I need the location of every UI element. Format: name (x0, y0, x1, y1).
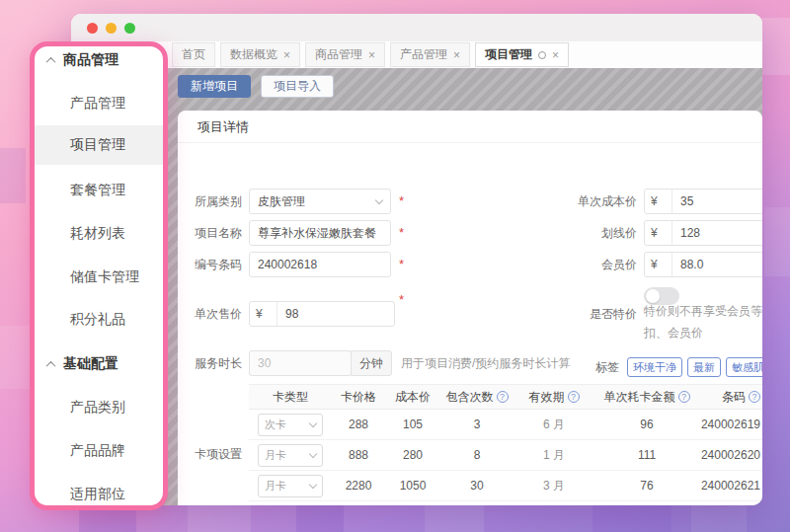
duration-unit-suffix: 分钟 (351, 350, 392, 376)
desktop-background: 首页 数据概览 × 商品管理 × 产品管理 × 项目管理 × 新增项目 (0, 0, 790, 532)
project-detail-panel: 项目详情 所属类别 皮肤管理 * 项目名称 尊享补水保湿嫩肤套餐 * 编号条码 (178, 111, 762, 505)
chevron-down-icon (309, 449, 317, 457)
table-header-row: 卡类型 卡价格 成本价 包含次数 ? 有效期 ? (249, 384, 762, 410)
duration-input[interactable]: 30 (249, 350, 352, 376)
tag-chip[interactable]: 最新 (687, 357, 721, 377)
member-price-label: 会员价 (558, 252, 637, 277)
required-asterisk: * (399, 189, 404, 214)
background-shape (760, 18, 790, 75)
window-zoom-button[interactable] (124, 23, 135, 34)
tab-product-management[interactable]: 产品管理 × (390, 42, 470, 67)
col-header-text: 有效期 (529, 389, 565, 406)
col-header-per-use-amount: 单次耗卡金额 ? (594, 389, 699, 406)
sidebar-item-stored-value-card[interactable]: 储值卡管理 (35, 265, 163, 290)
tab-close-icon[interactable]: × (368, 48, 375, 62)
sidebar-item-label: 产品品牌 (70, 442, 125, 460)
sidebar-item-product-brand[interactable]: 产品品牌 (35, 438, 163, 464)
tab-project-management[interactable]: 项目管理 × (475, 42, 569, 67)
strike-price-label: 划线价 (558, 220, 637, 246)
col-header-text: 条码 (722, 389, 746, 406)
unit-price-value: 98 (285, 307, 298, 321)
card-type-value: 月卡 (265, 479, 286, 494)
cost-price-input[interactable]: ¥ 35 (644, 189, 762, 214)
project-name-label: 项目名称 (183, 220, 242, 246)
strike-price-input[interactable]: ¥ 128 (644, 220, 762, 246)
add-project-button[interactable]: 新增项目 (178, 75, 251, 98)
tab-home[interactable]: 首页 (172, 42, 215, 67)
barcode-cell: 240002621 (699, 479, 762, 493)
per-use-cell: 96 (594, 418, 699, 431)
chevron-up-icon (46, 56, 56, 66)
per-use-cell: 76 (594, 479, 699, 493)
tab-close-icon[interactable]: × (552, 48, 559, 62)
special-price-helper-text: 特价则不再享受会员等级、优惠折扣、会员价 (644, 300, 762, 343)
card-settings-table: 卡类型 卡价格 成本价 包含次数 ? 有效期 ? (249, 384, 762, 505)
validity-cell: 6 月 (514, 417, 594, 433)
sidebar-item-label: 产品类别 (70, 399, 125, 417)
help-icon[interactable]: ? (678, 391, 690, 403)
card-type-select[interactable]: 月卡 (258, 475, 323, 497)
col-header-cost-price: 成本价 (385, 389, 440, 406)
times-cell: 3 (440, 418, 514, 431)
tag-chip[interactable]: 环境干净 (627, 357, 682, 377)
times-cell: 30 (440, 479, 514, 493)
required-asterisk: * (399, 287, 404, 313)
panel-title: 项目详情 (178, 111, 762, 143)
card-type-select[interactable]: 年卡 (258, 505, 323, 506)
col-header-text: 包含次数 (446, 389, 494, 406)
help-icon[interactable]: ? (568, 391, 580, 403)
project-form: 所属类别 皮肤管理 * 项目名称 尊享补水保湿嫩肤套餐 * 编号条码 24000… (178, 143, 762, 505)
unit-price-input[interactable]: ¥ 98 (249, 301, 395, 327)
background-shape (0, 326, 30, 389)
category-select[interactable]: 皮肤管理 (249, 189, 391, 214)
sidebar-item-consumables-list[interactable]: 耗材列表 (35, 221, 163, 247)
sidebar-item-applicable-parts[interactable]: 适用部位 (35, 482, 163, 507)
sidebar-item-label: 项目管理 (70, 136, 125, 154)
sidebar-item-project-management[interactable]: 项目管理 (35, 125, 163, 165)
duration-helper-text: 用于项目消费/预约服务时长计算 (401, 350, 570, 376)
help-icon[interactable]: ? (497, 391, 509, 403)
tab-close-icon[interactable]: × (283, 48, 290, 62)
tab-label: 产品管理 (400, 46, 447, 63)
card-type-select[interactable]: 次卡 (258, 414, 323, 436)
sidebar-item-points-gifts[interactable]: 积分礼品 (35, 307, 163, 333)
category-label: 所属类别 (183, 189, 242, 214)
card-type-select[interactable]: 月卡 (258, 444, 323, 467)
sidebar-group-label: 商品管理 (63, 51, 118, 69)
barcode-label: 编号条码 (183, 252, 242, 277)
sidebar-item-label: 适用部位 (70, 486, 125, 503)
tab-close-icon[interactable]: × (453, 48, 460, 62)
col-header-text: 单次耗卡金额 (604, 389, 675, 406)
page-content-dimmed: 新增项目 项目导入 项目详情 所属类别 皮肤管理 * 项目名称 尊享补水保湿嫩肤… (71, 68, 762, 505)
col-header-barcode: 条码 ? (699, 389, 762, 406)
sidebar-item-package-management[interactable]: 套餐管理 (35, 178, 163, 203)
import-project-button[interactable]: 项目导入 (261, 75, 334, 98)
tag-chip[interactable]: 敏感肌适用 (726, 357, 762, 377)
currency-prefix: ¥ (651, 253, 672, 276)
card-type-value: 次卡 (265, 418, 286, 432)
sidebar-menu-highlight: 商品管理 产品管理 项目管理 套餐管理 耗材列表 储值卡管理 积分礼品 基础配置… (30, 41, 168, 510)
tab-label: 商品管理 (315, 46, 362, 63)
cost-price-cell: 280 (385, 448, 440, 462)
barcode-value: 240002618 (258, 258, 317, 271)
cost-price-cell: 105 (385, 418, 440, 431)
tab-goods-management[interactable]: 商品管理 × (305, 42, 385, 67)
sidebar-group-goods-management[interactable]: 商品管理 (35, 47, 163, 73)
window-minimize-button[interactable] (106, 23, 117, 34)
col-header-card-type: 卡类型 (249, 389, 332, 406)
window-close-button[interactable] (87, 23, 98, 34)
table-row: 年卡 9800 4200 不限次 1 年 98 240002622 (249, 501, 762, 505)
chevron-down-icon (309, 418, 317, 426)
barcode-input[interactable]: 240002618 (249, 252, 391, 277)
toolbar: 新增项目 项目导入 (178, 75, 334, 98)
sidebar-item-product-category[interactable]: 产品类别 (35, 395, 163, 420)
sidebar-item-product-management[interactable]: 产品管理 (35, 91, 163, 116)
project-name-input[interactable]: 尊享补水保湿嫩肤套餐 (249, 220, 391, 246)
sidebar-group-basic-config[interactable]: 基础配置 (35, 351, 163, 377)
help-icon[interactable]: ? (749, 391, 760, 403)
chevron-down-icon (375, 195, 383, 203)
tab-data-overview[interactable]: 数据概览 × (220, 42, 300, 67)
member-price-input[interactable]: ¥ 88.0 (644, 252, 762, 277)
browser-window: 首页 数据概览 × 商品管理 × 产品管理 × 项目管理 × 新增项目 (71, 14, 762, 505)
currency-prefix: ¥ (256, 302, 277, 326)
